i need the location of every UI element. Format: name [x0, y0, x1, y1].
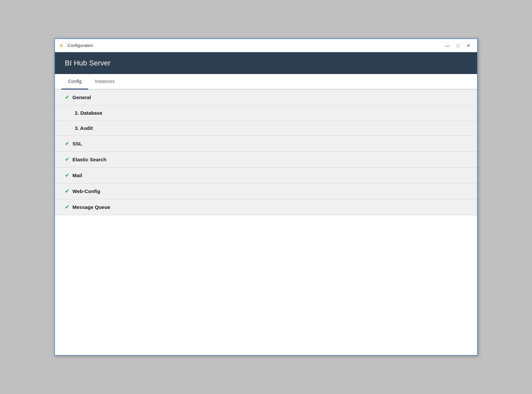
menu-item-web-config[interactable]: ✔Web-Config [55, 183, 477, 199]
check-icon-mail: ✔ [65, 172, 69, 178]
menu-item-general[interactable]: ✔General [55, 90, 477, 105]
window-title: Configuration [67, 43, 93, 48]
title-bar: ☀ Configuration — □ ✕ [55, 39, 477, 52]
menu-item-label-audit: 3. Audit [75, 125, 93, 131]
menu-item-message-queue[interactable]: ✔Message Queue [55, 199, 477, 215]
check-icon-elastic-search: ✔ [65, 156, 69, 163]
header-bar: BI Hub Server [55, 52, 477, 74]
app-title: BI Hub Server [65, 59, 111, 67]
main-window: ☀ Configuration — □ ✕ BI Hub Server Conf… [54, 38, 478, 356]
menu-list: ✔General2. Database3. Audit✔SSL✔Elastic … [55, 90, 477, 215]
menu-item-elastic-search[interactable]: ✔Elastic Search [55, 152, 477, 168]
title-bar-left: ☀ Configuration [59, 43, 93, 49]
check-icon-ssl: ✔ [65, 140, 69, 147]
window-controls: — □ ✕ [443, 42, 473, 49]
maximize-button[interactable]: □ [453, 42, 463, 49]
menu-item-audit[interactable]: 3. Audit [55, 121, 477, 136]
app-icon: ☀ [59, 43, 65, 49]
menu-item-label-ssl: SSL [72, 141, 82, 146]
menu-item-ssl[interactable]: ✔SSL [55, 136, 477, 152]
menu-item-mail[interactable]: ✔Mail [55, 168, 477, 183]
check-icon-general: ✔ [65, 94, 69, 100]
menu-item-database[interactable]: 2. Database [55, 105, 477, 121]
minimize-button[interactable]: — [443, 42, 452, 49]
menu-item-label-message-queue: Message Queue [72, 204, 110, 210]
content-area: ✔General2. Database3. Audit✔SSL✔Elastic … [55, 90, 477, 355]
close-button[interactable]: ✕ [464, 42, 473, 49]
menu-item-label-database: 2. Database [75, 110, 102, 116]
menu-item-label-elastic-search: Elastic Search [72, 157, 107, 162]
tab-instances[interactable]: Instances [88, 74, 121, 90]
tab-config[interactable]: Config [62, 74, 88, 90]
tab-bar: Config Instances [55, 74, 477, 90]
check-icon-message-queue: ✔ [65, 204, 69, 210]
menu-item-label-web-config: Web-Config [72, 188, 100, 194]
menu-item-label-mail: Mail [72, 173, 82, 178]
check-icon-web-config: ✔ [65, 188, 69, 194]
menu-item-label-general: General [72, 95, 91, 100]
